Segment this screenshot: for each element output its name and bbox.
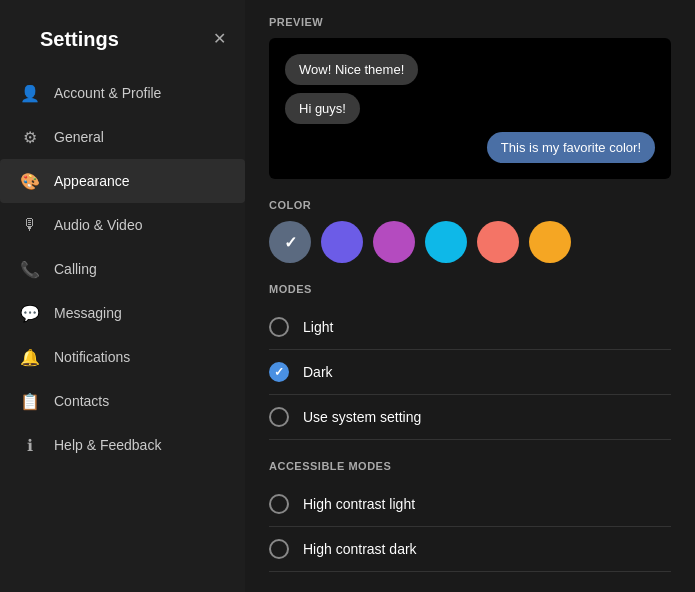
- calling-icon: 📞: [20, 259, 40, 279]
- sidebar-item-calling[interactable]: 📞 Calling: [0, 247, 245, 291]
- radio-dark: ✓: [269, 362, 289, 382]
- appearance-icon: 🎨: [20, 171, 40, 191]
- color-circles: [269, 221, 671, 263]
- contacts-icon: 📋: [20, 391, 40, 411]
- mode-label-light: Light: [303, 319, 333, 335]
- color-circle-0[interactable]: [269, 221, 311, 263]
- sidebar-item-label: Help & Feedback: [54, 437, 161, 453]
- chat-bubble: Hi guys!: [285, 93, 360, 124]
- mode-light[interactable]: Light: [269, 305, 671, 350]
- mode-system[interactable]: Use system setting: [269, 395, 671, 440]
- mode-dark[interactable]: ✓ Dark: [269, 350, 671, 395]
- sidebar-item-help[interactable]: ℹ Help & Feedback: [0, 423, 245, 467]
- accessible-label: ACCESSIBLE MODES: [269, 460, 671, 472]
- chat-row: This is my favorite color!: [285, 132, 655, 163]
- main-content: PREVIEW Wow! Nice theme!Hi guys!This is …: [245, 0, 695, 592]
- preview-box: Wow! Nice theme!Hi guys!This is my favor…: [269, 38, 671, 179]
- radio-light: [269, 317, 289, 337]
- accessible-label-high-contrast-dark: High contrast dark: [303, 541, 417, 557]
- sidebar-item-label: Audio & Video: [54, 217, 142, 233]
- account-icon: 👤: [20, 83, 40, 103]
- sidebar-item-messaging[interactable]: 💬 Messaging: [0, 291, 245, 335]
- color-circle-4[interactable]: [477, 221, 519, 263]
- accessible-label-high-contrast-light: High contrast light: [303, 496, 415, 512]
- close-button[interactable]: ✕: [207, 26, 231, 50]
- messaging-icon: 💬: [20, 303, 40, 323]
- mode-label-system: Use system setting: [303, 409, 421, 425]
- modes-label: MODES: [269, 283, 671, 295]
- color-circle-2[interactable]: [373, 221, 415, 263]
- sidebar-item-general[interactable]: ⚙ General: [0, 115, 245, 159]
- sidebar-item-label: Account & Profile: [54, 85, 161, 101]
- accessible-mode-high-contrast-light[interactable]: High contrast light: [269, 482, 671, 527]
- chat-row: Hi guys!: [285, 93, 655, 124]
- chat-bubble: Wow! Nice theme!: [285, 54, 418, 85]
- color-circle-5[interactable]: [529, 221, 571, 263]
- mode-label-dark: Dark: [303, 364, 333, 380]
- sidebar-item-label: Contacts: [54, 393, 109, 409]
- radio-system: [269, 407, 289, 427]
- color-label: COLOR: [269, 199, 671, 211]
- radio-high-contrast-light: [269, 494, 289, 514]
- sidebar-item-audio-video[interactable]: 🎙 Audio & Video: [0, 203, 245, 247]
- sidebar-item-contacts[interactable]: 📋 Contacts: [0, 379, 245, 423]
- help-icon: ℹ: [20, 435, 40, 455]
- color-circle-3[interactable]: [425, 221, 467, 263]
- sidebar-item-label: Appearance: [54, 173, 130, 189]
- color-section: COLOR: [269, 199, 671, 263]
- color-circle-1[interactable]: [321, 221, 363, 263]
- general-icon: ⚙: [20, 127, 40, 147]
- modes-section: MODES Light ✓ Dark Use system setting: [269, 283, 671, 440]
- sidebar-item-appearance[interactable]: 🎨 Appearance: [0, 159, 245, 203]
- chat-row: Wow! Nice theme!: [285, 54, 655, 85]
- audio-video-icon: 🎙: [20, 215, 40, 235]
- notifications-icon: 🔔: [20, 347, 40, 367]
- sidebar: Settings ✕ 👤 Account & Profile ⚙ General…: [0, 0, 245, 592]
- sidebar-item-account[interactable]: 👤 Account & Profile: [0, 71, 245, 115]
- sidebar-item-label: Calling: [54, 261, 97, 277]
- accessible-section: ACCESSIBLE MODES High contrast light Hig…: [269, 460, 671, 572]
- sidebar-item-label: Messaging: [54, 305, 122, 321]
- accessible-mode-high-contrast-dark[interactable]: High contrast dark: [269, 527, 671, 572]
- settings-title: Settings: [20, 20, 139, 67]
- radio-high-contrast-dark: [269, 539, 289, 559]
- preview-label: PREVIEW: [269, 16, 671, 28]
- sidebar-item-notifications[interactable]: 🔔 Notifications: [0, 335, 245, 379]
- sidebar-item-label: Notifications: [54, 349, 130, 365]
- sidebar-item-label: General: [54, 129, 104, 145]
- chat-bubble: This is my favorite color!: [487, 132, 655, 163]
